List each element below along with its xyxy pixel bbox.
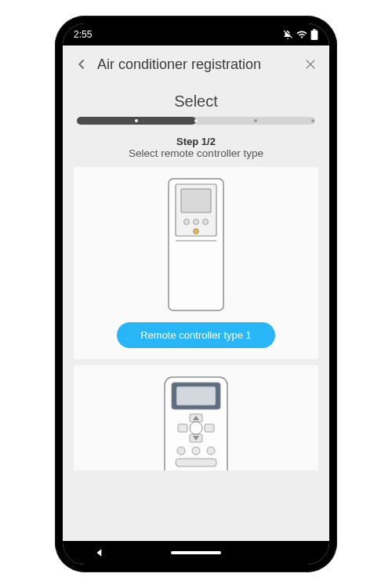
status-bar: 2:55: [63, 24, 329, 45]
wifi-icon: [296, 29, 307, 40]
options-list: Remote controller type 1: [74, 167, 318, 541]
battery-icon: [310, 29, 318, 40]
svg-point-23: [192, 447, 200, 455]
content-area: Select Step 1/2 Select remote controller…: [63, 83, 329, 541]
svg-point-10: [194, 229, 199, 234]
svg-point-9: [203, 220, 209, 225]
svg-rect-18: [205, 424, 214, 432]
progress-bar: [77, 117, 315, 125]
svg-rect-14: [176, 387, 216, 405]
option-card-type-1[interactable]: Remote controller type 1: [74, 167, 318, 359]
svg-rect-17: [178, 424, 187, 432]
chevron-left-icon: [73, 56, 90, 73]
step-label: Step 1/2: [74, 136, 318, 147]
select-type-1-button[interactable]: Remote controller type 1: [117, 322, 275, 348]
nav-back-button[interactable]: [94, 547, 105, 558]
svg-rect-25: [176, 459, 216, 466]
svg-rect-6: [181, 189, 211, 212]
progress-dot-3: [254, 119, 257, 122]
android-nav-bar: [63, 541, 329, 564]
svg-point-7: [184, 220, 190, 225]
close-icon: [303, 57, 318, 71]
progress-dot-1: [135, 119, 138, 122]
phone-frame: 2:55 Air conditioner registration: [55, 16, 337, 572]
notification-silence-icon: [282, 29, 293, 40]
svg-point-22: [177, 447, 185, 455]
status-time: 2:55: [74, 29, 92, 40]
option-card-type-2[interactable]: [74, 365, 318, 470]
svg-marker-26: [97, 549, 102, 556]
svg-point-8: [194, 220, 199, 225]
svg-rect-1: [313, 29, 316, 31]
close-button[interactable]: [299, 53, 321, 75]
status-icons: [282, 29, 318, 40]
nav-home-button[interactable]: [171, 551, 221, 554]
remote-type-2-illustration: [164, 376, 228, 470]
progress-dot-4: [311, 119, 314, 122]
progress-dot-2: [194, 119, 198, 122]
remote-type-1-illustration: [168, 178, 224, 311]
back-button[interactable]: [71, 53, 93, 75]
app-bar: Air conditioner registration: [63, 45, 329, 83]
svg-point-19: [190, 422, 202, 434]
stage-heading: Select: [74, 93, 318, 111]
triangle-left-icon: [94, 547, 105, 558]
step-subtitle: Select remote controller type: [74, 147, 318, 159]
screen: 2:55 Air conditioner registration: [63, 24, 329, 564]
page-title: Air conditioner registration: [97, 56, 295, 73]
svg-point-24: [207, 447, 215, 455]
svg-rect-0: [311, 31, 318, 40]
